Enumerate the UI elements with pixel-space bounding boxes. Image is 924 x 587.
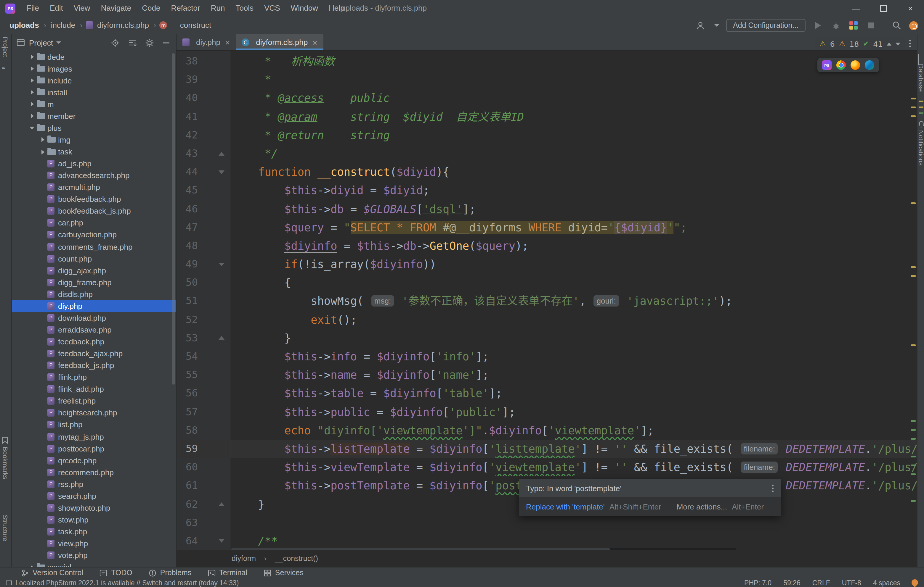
fold-down-icon[interactable] — [219, 262, 224, 266]
code-text[interactable]: showMsg( msg: '参数不正确，该自定义表单不存在', gourl: … — [230, 292, 917, 310]
chevron-collapsed-icon[interactable] — [27, 102, 37, 107]
menu-code[interactable]: Code — [137, 0, 165, 16]
run-icon[interactable] — [813, 20, 823, 31]
line-number[interactable]: 51 — [177, 292, 198, 310]
typo-stripe-mark[interactable] — [911, 500, 916, 502]
tree-item-count-php[interactable]: Pcount.php — [12, 253, 176, 265]
tree-item-arcmulti-php[interactable]: Parcmulti.php — [12, 181, 176, 193]
chrome-icon[interactable] — [837, 60, 846, 70]
code-text[interactable]: $diyinfo = $this->db->GetOne($query); — [230, 237, 917, 255]
fold-up-icon[interactable] — [219, 502, 224, 506]
line-number[interactable]: 48 — [177, 237, 198, 255]
code-line-38[interactable]: 38 * 析构函数 — [177, 52, 917, 71]
tree-item-posttocar-php[interactable]: Pposttocar.php — [12, 442, 176, 454]
update-available-icon[interactable] — [909, 21, 918, 30]
more-actions-link[interactable]: More actions... — [677, 502, 728, 511]
gutter-fold-area[interactable] — [198, 477, 230, 495]
typo-stripe-mark[interactable] — [911, 474, 916, 475]
tree-item-images[interactable]: images — [12, 63, 176, 74]
gutter-fold-area[interactable] — [198, 366, 230, 384]
code-line-55[interactable]: 55 $this->name = $diyinfo['name']; — [177, 366, 917, 384]
tree-item-digg-frame-php[interactable]: Pdigg_frame.php — [12, 276, 176, 288]
line-number[interactable]: 45 — [177, 181, 198, 200]
gutter-fold-area[interactable] — [198, 495, 230, 513]
tooltip-menu-icon[interactable] — [772, 488, 774, 489]
maximize-icon[interactable] — [870, 0, 897, 16]
tab-close-icon[interactable]: × — [312, 38, 317, 47]
code-line-40[interactable]: 40 * @access public — [177, 89, 917, 107]
tree-item-disdls-php[interactable]: Pdisdls.php — [12, 288, 176, 300]
inspections-widget[interactable]: ⚠ 6 ⚠ 18 ✔ 41 — [815, 37, 905, 50]
tree-item-feedback-js-php[interactable]: Pfeedback_js.php — [12, 360, 176, 371]
code-line-56[interactable]: 56 $this->table = $diyinfo['table']; — [177, 384, 917, 403]
chevron-collapsed-icon[interactable] — [38, 138, 47, 142]
code-line-59[interactable]: 59 $this->listTemplate = $diyinfo['listt… — [177, 440, 917, 458]
code-line-49[interactable]: 49 if(!is_array($diyinfo)) — [177, 255, 917, 273]
code-text[interactable]: } — [230, 329, 917, 347]
typo-stripe-mark[interactable] — [911, 420, 916, 422]
notifications-bell-icon[interactable] — [918, 121, 924, 128]
stripe-structure[interactable]: Structure — [2, 515, 9, 541]
code-line-60[interactable]: 60 $this->viewTemplate = $diyinfo['viewt… — [177, 458, 917, 476]
typo-stripe-mark[interactable] — [911, 455, 916, 457]
code-line-50[interactable]: 50 { — [177, 274, 917, 292]
encoding-indicator[interactable]: UTF-8 — [842, 579, 861, 586]
menu-tools[interactable]: Tools — [230, 0, 259, 16]
line-number[interactable]: 49 — [177, 255, 198, 273]
warning-stripe-mark[interactable] — [911, 115, 916, 117]
code-text[interactable]: * — [230, 71, 917, 89]
debug-icon[interactable] — [830, 20, 841, 31]
tree-item-advancedsearch-php[interactable]: Padvancedsearch.php — [12, 169, 176, 181]
warning-stripe-mark[interactable] — [911, 275, 916, 277]
line-number[interactable]: 58 — [177, 421, 198, 440]
menu-run[interactable]: Run — [206, 0, 230, 16]
code-text[interactable]: $this->diyid = $diyid; — [230, 181, 917, 200]
tree-item-flink-php[interactable]: Pflink.php — [12, 371, 176, 383]
add-configuration-button[interactable]: Add Configuration... — [726, 19, 805, 32]
project-folder-icon[interactable] — [2, 69, 10, 76]
gutter-fold-area[interactable] — [198, 513, 230, 532]
stripe-project[interactable]: Project — [2, 37, 9, 57]
line-number[interactable]: 40 — [177, 89, 198, 107]
gutter-fold-area[interactable] — [198, 52, 230, 71]
typo-stripe-mark[interactable] — [911, 438, 916, 440]
code-text[interactable]: */ — [230, 145, 917, 163]
code-text[interactable]: * @access public — [230, 89, 917, 107]
line-number[interactable]: 55 — [177, 366, 198, 384]
firefox-icon[interactable] — [851, 60, 860, 70]
error-stripe[interactable] — [910, 51, 917, 550]
code-text[interactable] — [230, 513, 917, 532]
breadcrumb-class[interactable]: diyform — [232, 554, 256, 563]
code-text[interactable]: $this->name = $diyinfo['name']; — [230, 366, 917, 384]
line-number[interactable]: 64 — [177, 532, 198, 550]
tab-options-icon[interactable] — [909, 43, 911, 44]
menu-refactor[interactable]: Refactor — [165, 0, 205, 16]
code-line-63[interactable]: 63 — [177, 513, 917, 532]
breadcrumb-include[interactable]: include — [50, 21, 76, 30]
tree-item-ad-js-php[interactable]: Pad_js.php — [12, 158, 176, 169]
line-number[interactable]: 60 — [177, 458, 198, 476]
gutter-fold-area[interactable] — [198, 237, 230, 255]
project-scrollbar[interactable] — [172, 53, 175, 385]
gutter-fold-area[interactable] — [198, 163, 230, 181]
code-line-48[interactable]: 48 $diyinfo = $this->db->GetOne($query); — [177, 237, 917, 255]
collapse-all-icon[interactable] — [128, 38, 137, 47]
code-text[interactable]: $this->viewTemplate = $diyinfo['viewtemp… — [230, 458, 917, 476]
menu-view[interactable]: View — [68, 0, 96, 16]
gutter-fold-area[interactable] — [198, 347, 230, 366]
user-icon[interactable] — [695, 20, 706, 31]
line-number[interactable]: 50 — [177, 274, 198, 292]
code-text[interactable]: $this->listTemplate = $diyinfo['listtemp… — [230, 440, 917, 458]
gutter-fold-area[interactable] — [198, 181, 230, 200]
indent-indicator[interactable]: 4 spaces — [873, 579, 900, 586]
chevron-expanded-icon[interactable] — [27, 127, 37, 130]
status-message[interactable]: Localized PhpStorm 2022.1 is available /… — [0, 579, 239, 586]
chevron-collapsed-icon[interactable] — [27, 90, 37, 95]
code-text[interactable]: /** — [230, 532, 917, 550]
tree-item-digg-ajax-php[interactable]: Pdigg_ajax.php — [12, 265, 176, 276]
tree-item-list-php[interactable]: Plist.php — [12, 419, 176, 431]
code-line-51[interactable]: 51 showMsg( msg: '参数不正确，该自定义表单不存在', gour… — [177, 292, 917, 310]
gutter-fold-area[interactable] — [198, 310, 230, 329]
chevron-collapsed-icon[interactable] — [38, 150, 47, 154]
tree-item-feedback-ajax-php[interactable]: Pfeedback_ajax.php — [12, 348, 176, 360]
